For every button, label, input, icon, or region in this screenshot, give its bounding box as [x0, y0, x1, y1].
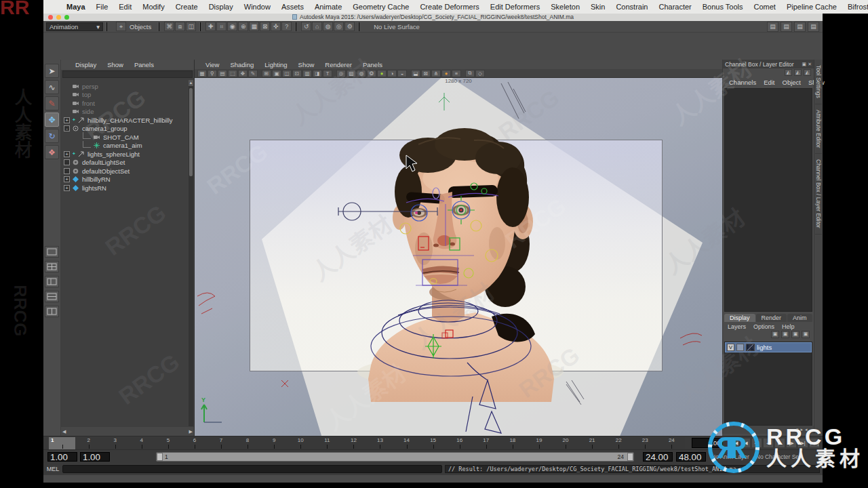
xray-joints-icon[interactable]: ⋔ [431, 70, 441, 77]
render-current-icon[interactable]: ◍ [323, 22, 333, 31]
frame-10[interactable]: 10 [288, 437, 314, 449]
character-set-label[interactable]: No Character Set [756, 453, 801, 460]
frame-22[interactable]: 22 [606, 437, 632, 449]
frame-8[interactable]: 8 [235, 437, 261, 449]
macos-menu-bonus-tools[interactable]: Bonus Tools [697, 3, 749, 11]
outliner-item-hillbilly_CHARACTER_hillbilly[interactable]: +✦hillbilly_CHARACTER_hillbilly [61, 116, 189, 125]
macos-menu-constrain[interactable]: Constrain [610, 3, 653, 11]
macos-menu-window[interactable]: Window [239, 3, 276, 11]
quick-select-icon[interactable]: ✜ [271, 22, 281, 31]
occlusion-icon[interactable]: ◒ [397, 70, 407, 77]
channel-menu-edit[interactable]: Edit [760, 79, 778, 86]
default-lighting-icon[interactable]: ● [377, 70, 387, 77]
safe-title-icon[interactable]: T [323, 70, 332, 77]
macos-menu-geometry-cache[interactable]: Geometry Cache [347, 3, 414, 11]
open-render-view-icon[interactable]: ⌂ [312, 22, 322, 31]
play-forwards-button[interactable]: ▶ [774, 438, 785, 448]
help-mode-icon[interactable]: ? [281, 22, 292, 31]
current-time-field[interactable] [692, 438, 723, 448]
viewport-menu-lighting[interactable]: Lighting [259, 61, 292, 68]
selection-mask-dropdown[interactable]: ⌖Objects [112, 22, 155, 31]
layer-tab-display[interactable]: Display [724, 314, 755, 322]
shaded-icon[interactable]: ▧ [347, 70, 356, 77]
frame-21[interactable]: 21 [579, 437, 606, 449]
snap-projected-center-icon[interactable]: ⊕ [238, 22, 248, 31]
move-layer-down-icon[interactable]: ▣ [781, 331, 789, 338]
viewport-menu-shading[interactable]: Shading [224, 61, 259, 68]
frame-3[interactable]: 3 [102, 437, 128, 449]
go-to-start-button[interactable]: |◀◀ [728, 438, 739, 448]
xray-icon[interactable]: ⊠ [421, 70, 431, 77]
playback-end-field[interactable] [643, 452, 673, 462]
macos-menu-bifrost[interactable]: Bifrost [842, 3, 868, 11]
layer-tab-anim[interactable]: Anim [787, 314, 812, 322]
macos-menu-modify[interactable]: Modify [137, 3, 170, 11]
macos-menu-animate[interactable]: Animate [309, 3, 347, 11]
outliner-item-side[interactable]: side [61, 108, 189, 117]
ipr-render-icon[interactable]: ◎ [334, 22, 344, 31]
gamma-icon[interactable]: ≡ [452, 70, 461, 77]
macos-menu-create-deformers[interactable]: Create Deformers [414, 3, 484, 11]
macos-menu-skeleton[interactable]: Skeleton [545, 3, 585, 11]
range-end-handle[interactable] [627, 453, 633, 461]
grease-pencil-icon[interactable]: ✎ [248, 70, 258, 77]
snap-view-plane-icon[interactable]: ▦ [249, 22, 259, 31]
menu-set-dropdown[interactable]: Animation▾ [46, 22, 103, 31]
layout-preset-3[interactable] [45, 276, 59, 287]
outliner-item-SHOT_CAM[interactable]: SHOT_CAM [61, 133, 189, 142]
frame-16[interactable]: 16 [446, 437, 473, 449]
show-tool-settings-icon[interactable]: ▤ [794, 22, 806, 32]
outliner-hscrollbar[interactable]: ◀▶ [61, 427, 194, 436]
select-camera-icon[interactable]: ▦ [197, 70, 207, 77]
macos-menu-display[interactable]: Display [203, 3, 239, 11]
outliner-item-persp[interactable]: persp [61, 82, 189, 91]
new-layer-from-selected-icon[interactable]: ▣ [802, 331, 810, 338]
film-gate-icon[interactable]: ▣ [272, 70, 281, 77]
resolution-gate-icon[interactable]: ◫ [282, 70, 292, 77]
step-back-key-button[interactable]: ◀| [751, 438, 762, 448]
construction-history-icon[interactable]: ↺ [301, 22, 311, 31]
layer-visibility-toggle[interactable]: V [727, 344, 734, 351]
range-start-handle[interactable] [157, 453, 163, 461]
wireframe-icon[interactable]: ◎ [336, 70, 346, 77]
outliner-item-defaultLightSet[interactable]: defaultLightSet [61, 159, 189, 167]
speed-medium-icon[interactable]: ◭ [794, 69, 802, 76]
make-live-icon[interactable]: ⊠ [260, 22, 270, 31]
step-forward-key-button[interactable]: |▶ [786, 438, 797, 448]
use-all-lights-icon[interactable]: ❂ [367, 70, 376, 77]
safe-action-icon[interactable]: ◨ [313, 70, 322, 77]
bookmark-icon[interactable]: ▤ [218, 70, 227, 77]
outliner-menu-display[interactable]: Display [71, 61, 101, 68]
grid-icon[interactable]: ⊞ [262, 70, 271, 77]
frame-19[interactable]: 19 [526, 437, 552, 449]
anim-layer-label[interactable]: No Anim Layer [711, 453, 749, 460]
frame-1[interactable]: 1 [49, 437, 75, 449]
mel-label[interactable]: MEL [43, 466, 62, 472]
frame-7[interactable]: 7 [208, 437, 234, 449]
frame-15[interactable]: 15 [420, 437, 446, 449]
step-back-frame-button[interactable]: |◀ [740, 438, 751, 448]
snapshot-icon[interactable]: ⧉ [465, 70, 475, 77]
outliner-item-lights_sphereLight[interactable]: +✦lights_sphereLight [61, 150, 189, 159]
two-d-pan-zoom-icon[interactable]: ✥ [238, 70, 248, 77]
frame-11[interactable]: 11 [314, 437, 340, 449]
snap-hierarchy-icon[interactable]: ⌘ [164, 22, 174, 31]
macos-menu-edit-deformers[interactable]: Edit Deformers [485, 3, 545, 11]
layer-color-swatch[interactable] [746, 344, 755, 351]
go-to-end-button[interactable]: ▶▶| [809, 438, 820, 448]
playback-start-field[interactable] [80, 452, 110, 462]
outliner-item-hillbillyRN[interactable]: +hillbillyRN [61, 176, 189, 184]
multisample-icon[interactable]: ◇ [475, 70, 485, 77]
outliner-item-camera1_group[interactable]: -camera1_group [61, 125, 189, 134]
snap-point-icon[interactable]: ◉ [227, 22, 237, 31]
snap-grid-icon[interactable]: ✚ [205, 22, 216, 31]
outliner-item-camera1_aim[interactable]: camera1_aim [61, 142, 189, 150]
exposure-icon[interactable]: ● [441, 70, 451, 77]
macos-menu-character[interactable]: Character [653, 3, 696, 11]
layer-menu-help[interactable]: Help [778, 323, 798, 330]
outliner-scrollbar[interactable]: ▲ [189, 80, 193, 426]
outliner-menu-panels[interactable]: Panels [130, 61, 159, 68]
macos-menu-create[interactable]: Create [170, 3, 203, 11]
scale-tool[interactable]: ❖ [45, 145, 59, 159]
frame-13[interactable]: 13 [367, 437, 393, 449]
